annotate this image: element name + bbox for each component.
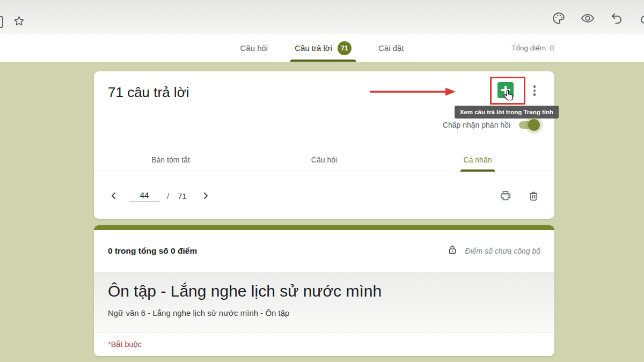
top-toolbar	[0, 0, 644, 34]
tab-settings-label: Cài đặt	[378, 43, 404, 53]
tab-settings[interactable]: Cài đặt	[377, 34, 405, 62]
sheets-tooltip: Xem câu trả lời trong Trang tính	[455, 106, 559, 119]
accepting-responses-label: Chấp nhận phản hồi	[443, 121, 510, 129]
toggle-knob	[528, 119, 540, 131]
score-summary: 0 trong tổng số 0 điểm	[108, 246, 197, 256]
subtab-summary-label: Bản tóm tắt	[151, 156, 190, 164]
print-icon[interactable]	[500, 190, 511, 202]
subtab-individual-label: Cá nhân	[464, 156, 492, 164]
undo-icon[interactable]	[610, 11, 624, 25]
annotation-red-arrow	[369, 86, 457, 97]
form-header-section: Ôn tập - Lắng nghe lịch sử nước mình Ngữ…	[94, 272, 554, 332]
form-title: Ôn tập - Lắng nghe lịch sử nước mình	[108, 282, 540, 300]
responses-card-title: 71 câu trả lời	[108, 84, 189, 101]
response-index-input[interactable]	[129, 190, 159, 202]
total-points-label: Tổng điểm: 0	[511, 34, 554, 62]
hand-cursor-icon	[503, 89, 516, 103]
palette-icon[interactable]	[552, 11, 566, 25]
tab-questions[interactable]: Câu hỏi	[239, 34, 269, 62]
subtab-summary[interactable]: Bản tóm tắt	[94, 147, 247, 172]
responses-card: 71 câu trả lời Xem câu trả lời trong Tra…	[94, 71, 554, 219]
form-tabbar: Câu hỏi Câu trả lời 71 Cài đặt Tổng điểm…	[0, 34, 644, 62]
subtab-individual[interactable]: Cá nhân	[401, 147, 554, 172]
score-status-group: Điểm số chưa công bố	[447, 245, 540, 257]
pagination-total: 71	[178, 191, 187, 201]
folder-partial-icon[interactable]	[0, 16, 3, 28]
tab-responses[interactable]: Câu trả lời 71	[294, 34, 353, 62]
delete-icon[interactable]	[528, 190, 539, 202]
accepting-responses-row: Chấp nhận phản hồi	[443, 121, 538, 129]
tab-responses-label: Câu trả lời	[295, 43, 332, 53]
pagination-separator: /	[167, 191, 169, 201]
response-detail-card: 0 trong tổng số 0 điểm Điểm số chưa công…	[94, 225, 554, 356]
more-options-icon[interactable]	[530, 83, 539, 98]
lock-icon	[447, 245, 458, 257]
required-note: *Bắt buộc	[94, 333, 554, 356]
tab-questions-label: Câu hỏi	[240, 43, 268, 53]
score-status: Điểm số chưa công bố	[465, 247, 540, 255]
redo-partial-icon[interactable]	[639, 11, 644, 25]
form-subtitle: Ngữ văn 6 - Lắng nghe lịch sử nước mình …	[108, 308, 540, 317]
star-icon[interactable]	[13, 15, 25, 27]
response-pagination: / 71	[94, 173, 554, 219]
responses-count-badge: 71	[338, 41, 352, 55]
accepting-responses-toggle[interactable]	[519, 121, 538, 129]
preview-eye-icon[interactable]	[581, 11, 595, 25]
subtab-question-label: Câu hỏi	[311, 156, 337, 164]
next-response-icon[interactable]	[201, 191, 210, 201]
responses-subtabs: Bản tóm tắt Câu hỏi Cá nhân	[94, 147, 554, 172]
card-accent-bar	[94, 225, 554, 230]
score-row: 0 trong tổng số 0 điểm Điểm số chưa công…	[94, 230, 554, 272]
previous-response-icon[interactable]	[109, 191, 119, 201]
subtab-question[interactable]: Câu hỏi	[247, 147, 401, 172]
